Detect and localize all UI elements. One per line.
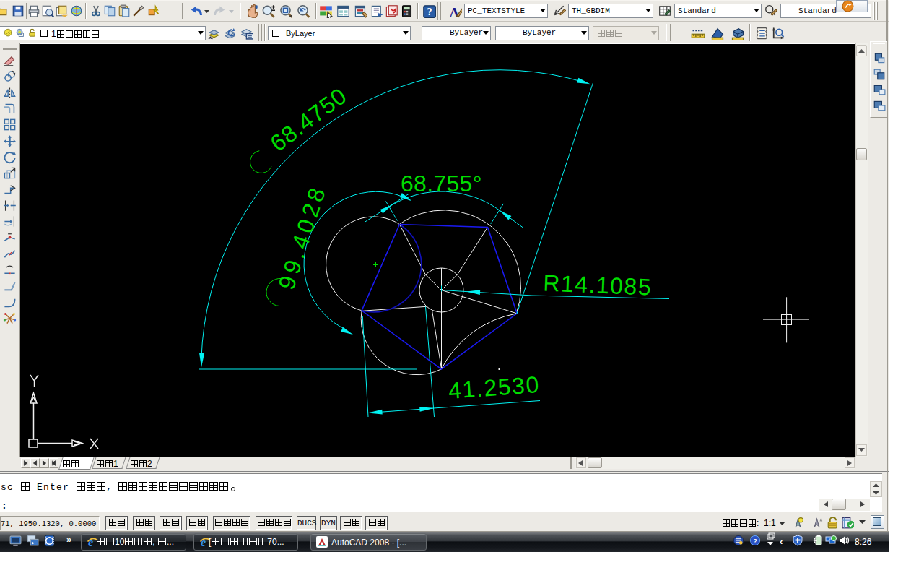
svg-text:?: ?	[753, 538, 757, 545]
svg-text:e: e	[88, 536, 93, 548]
svg-text:e: e	[201, 536, 206, 548]
svg-text:R14.1085: R14.1085	[543, 270, 653, 301]
svg-text:68.755°: 68.755°	[401, 171, 482, 197]
